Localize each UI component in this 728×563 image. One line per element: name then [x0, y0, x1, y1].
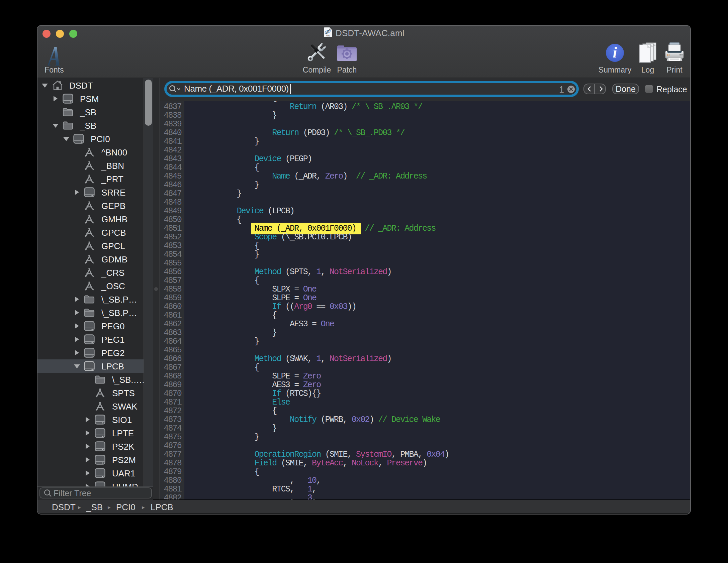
svg-text:AML: AML: [326, 35, 330, 37]
